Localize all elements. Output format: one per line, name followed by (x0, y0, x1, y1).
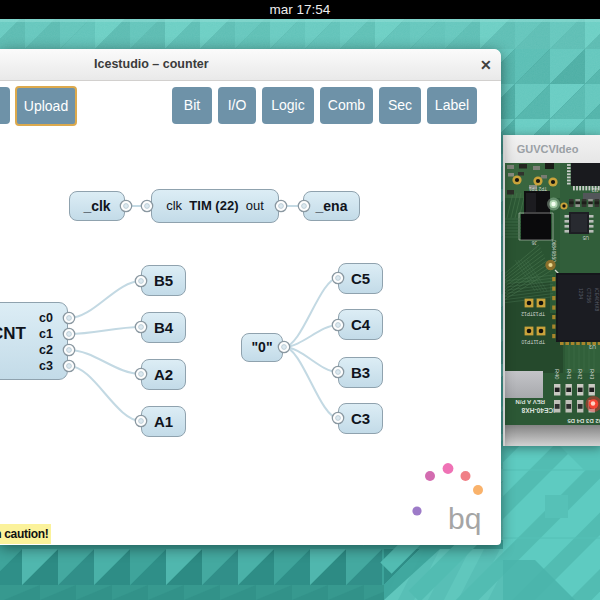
svg-text:J6: J6 (532, 240, 538, 246)
svg-text:06849B50: 06849B50 (551, 240, 556, 262)
svg-text:CT256: CT256 (586, 288, 592, 303)
svg-text:TP13TP12: TP13TP12 (521, 311, 545, 317)
svg-text:TP11TP10: TP11TP10 (521, 339, 545, 345)
svg-text:D2 D3 D4 D5: D2 D3 D4 D5 (567, 418, 600, 424)
svg-text:U5: U5 (582, 235, 589, 241)
svg-text:J32: J32 (591, 187, 599, 192)
svg-text:R42: R42 (577, 369, 583, 379)
svg-text:U3: U3 (589, 344, 596, 350)
svg-text:R41: R41 (566, 369, 572, 379)
svg-text:R40: R40 (554, 369, 560, 379)
svg-text:TP2 TP1: TP2 TP1 (529, 186, 547, 191)
svg-text:iCE40-HX8: iCE40-HX8 (521, 407, 555, 414)
svg-text:iCE40HX8: iCE40HX8 (594, 288, 600, 312)
svg-text:REV A P/N: REV A P/N (515, 399, 545, 405)
svg-text:1234: 1234 (578, 288, 584, 299)
svg-text:R43: R43 (589, 369, 595, 379)
